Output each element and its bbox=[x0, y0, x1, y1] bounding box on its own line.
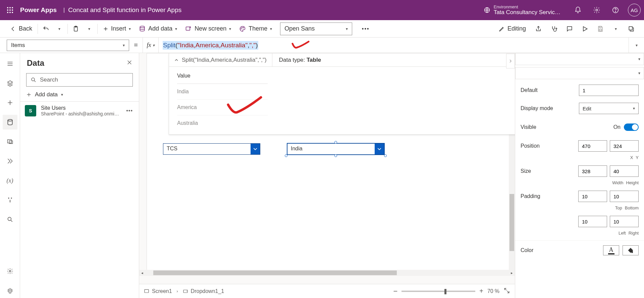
prop-default-input[interactable] bbox=[579, 85, 639, 96]
prop-position-y[interactable] bbox=[610, 140, 639, 152]
overflow-button[interactable]: ••• bbox=[360, 23, 372, 35]
data-panel-close[interactable] bbox=[127, 60, 132, 67]
rail-media[interactable] bbox=[3, 134, 17, 149]
rail-variables[interactable]: (x) bbox=[3, 173, 17, 188]
sub-x: X bbox=[630, 155, 633, 160]
help-button[interactable] bbox=[607, 2, 624, 18]
dropdown-caret[interactable] bbox=[375, 144, 384, 154]
formula-input[interactable]: Split("India,America,Australia",",") bbox=[159, 38, 629, 53]
save-button[interactable] bbox=[594, 23, 606, 35]
comments-button[interactable] bbox=[564, 23, 576, 35]
svg-point-10 bbox=[596, 9, 598, 11]
properties-collapsed-dropdown-2[interactable]: ▾ bbox=[515, 67, 644, 79]
rail-advanced-tools[interactable] bbox=[3, 193, 17, 207]
scroll-right-button[interactable]: ▸ bbox=[509, 270, 515, 276]
app-launcher[interactable] bbox=[0, 0, 20, 20]
dropdown1-value: TCS bbox=[163, 144, 251, 154]
layers-icon bbox=[7, 80, 13, 87]
prop-size-width[interactable] bbox=[578, 165, 607, 177]
bell-icon bbox=[574, 6, 582, 14]
data-source-more[interactable]: ••• bbox=[125, 106, 134, 115]
prop-padding-right[interactable] bbox=[610, 216, 639, 227]
prop-size-height[interactable] bbox=[610, 165, 639, 177]
insert-button[interactable]: Insert ▾ bbox=[100, 23, 134, 34]
save-dropdown[interactable]: ▾ bbox=[610, 23, 622, 35]
search-icon bbox=[31, 77, 37, 83]
rail-tree-view[interactable] bbox=[3, 76, 17, 91]
environment-picker[interactable]: Environment Tata Consultancy Servic… bbox=[484, 5, 560, 16]
breadcrumb-screen[interactable]: Screen1 bbox=[144, 288, 172, 294]
app-checker-button[interactable] bbox=[548, 23, 560, 35]
settings-button[interactable] bbox=[589, 2, 605, 18]
new-screen-button[interactable]: New screen ▾ bbox=[182, 23, 234, 34]
share-button[interactable] bbox=[533, 23, 545, 35]
svg-point-2 bbox=[12, 7, 13, 8]
user-avatar[interactable]: AG bbox=[628, 4, 641, 16]
font-color-swatch[interactable]: A bbox=[603, 245, 619, 255]
paste-button[interactable] bbox=[70, 23, 82, 35]
dropdown-caret[interactable] bbox=[251, 144, 260, 154]
undo-button[interactable] bbox=[40, 23, 52, 35]
undo-dropdown[interactable]: ▾ bbox=[53, 23, 65, 35]
paste-dropdown[interactable]: ▾ bbox=[83, 23, 95, 35]
fx-button[interactable]: fx ▾ bbox=[143, 38, 159, 53]
add-data-link[interactable]: Add data ▾ bbox=[20, 89, 139, 101]
editing-mode-button[interactable]: Editing bbox=[495, 23, 529, 34]
zoom-slider[interactable] bbox=[401, 291, 475, 292]
prop-padding-top[interactable] bbox=[578, 191, 607, 202]
fit-to-screen-button[interactable] bbox=[503, 287, 510, 295]
svg-point-31 bbox=[10, 290, 11, 291]
zoom-out-button[interactable]: − bbox=[393, 287, 397, 296]
svg-rect-22 bbox=[599, 29, 602, 31]
fill-color-swatch[interactable] bbox=[623, 245, 639, 255]
scroll-left-button[interactable]: ◂ bbox=[139, 270, 145, 276]
data-search-input[interactable]: Search bbox=[26, 73, 133, 87]
result-formula-crumb[interactable]: Split("India,America,Australia",",") bbox=[169, 53, 272, 66]
formula-expand-button[interactable]: ▾ bbox=[629, 38, 644, 53]
brand-label: Power Apps bbox=[20, 6, 57, 14]
result-next-button[interactable] bbox=[506, 54, 515, 68]
environment-label: Environment bbox=[494, 5, 560, 9]
more-icon: ••• bbox=[126, 108, 133, 113]
canvas-horizontal-scrollbar[interactable]: ◂ ▸ bbox=[139, 270, 515, 276]
database-icon bbox=[139, 26, 146, 32]
property-dropdown[interactable]: Items ▾ bbox=[7, 40, 129, 51]
dropdown-control-2-selected[interactable]: India bbox=[287, 143, 384, 155]
font-value: Open Sans bbox=[284, 25, 315, 32]
rail-hamburger[interactable] bbox=[3, 56, 17, 71]
breadcrumb-control[interactable]: Dropdown1_1 bbox=[183, 288, 224, 294]
main-area: (x) Data Search Add data ▾ S Site U bbox=[0, 53, 644, 298]
publish-button[interactable] bbox=[625, 23, 637, 35]
font-dropdown[interactable]: Open Sans ▾ bbox=[280, 22, 352, 35]
editing-label: Editing bbox=[507, 25, 526, 32]
notifications-button[interactable] bbox=[570, 2, 586, 18]
add-data-button[interactable]: Add data ▾ bbox=[136, 23, 180, 34]
prop-padding-left[interactable] bbox=[578, 216, 607, 227]
zoom-in-button[interactable]: + bbox=[479, 287, 483, 295]
search-icon bbox=[7, 216, 13, 223]
theme-label: Theme bbox=[249, 25, 267, 32]
media-icon bbox=[7, 138, 13, 145]
rail-power-automate[interactable] bbox=[3, 154, 17, 168]
theme-button[interactable]: Theme ▾ bbox=[236, 23, 275, 34]
back-button[interactable]: Back bbox=[7, 23, 36, 34]
prop-visible-toggle[interactable] bbox=[624, 123, 639, 131]
properties-collapsed-dropdown-1[interactable]: ▾ bbox=[515, 53, 644, 65]
sub-bottom: Bottom bbox=[625, 205, 639, 210]
rail-data[interactable] bbox=[3, 115, 17, 130]
prop-display-mode-dropdown[interactable]: Edit ▾ bbox=[579, 103, 639, 114]
chevron-right-icon: › bbox=[177, 289, 178, 294]
rail-virtual-agent[interactable] bbox=[3, 283, 17, 298]
chevron-down-icon: ▾ bbox=[270, 27, 272, 31]
data-source-item[interactable]: S Site Users SharePoint - ashish@ashishg… bbox=[20, 102, 139, 120]
svg-point-3 bbox=[7, 9, 8, 11]
rail-settings[interactable] bbox=[3, 264, 17, 279]
prop-position-x[interactable] bbox=[578, 140, 607, 152]
prop-display-mode-value: Edit bbox=[583, 106, 591, 111]
dropdown-control-1[interactable]: TCS bbox=[163, 143, 260, 155]
prop-padding-bottom[interactable] bbox=[610, 191, 639, 202]
preview-button[interactable] bbox=[579, 23, 591, 35]
svg-point-1 bbox=[9, 7, 11, 8]
rail-search[interactable] bbox=[3, 212, 17, 227]
rail-insert[interactable] bbox=[3, 95, 17, 110]
